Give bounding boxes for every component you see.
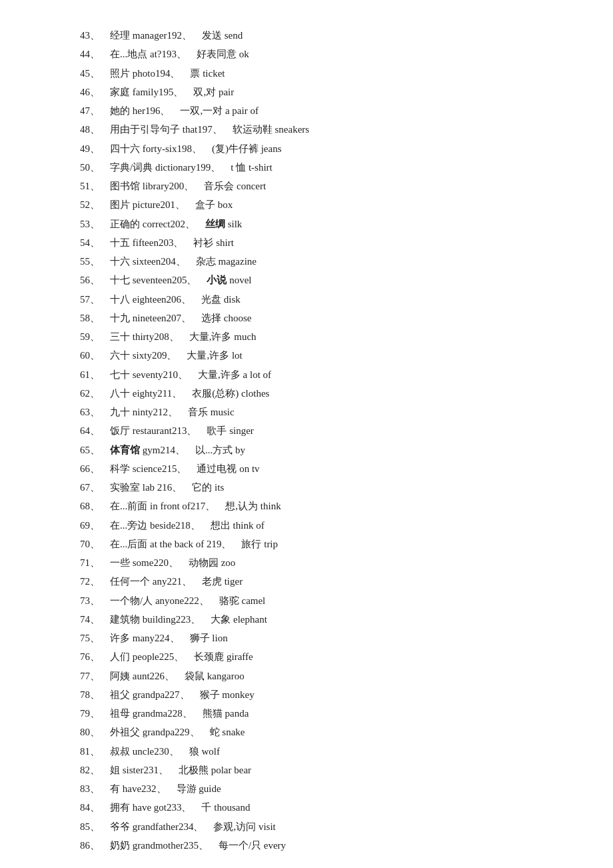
list-item: 63、 九十 ninty212、 音乐 music — [80, 403, 560, 421]
vocabulary-list: 43、 经理 manager192、 发送 send44、 在...地点 at?… — [80, 27, 560, 854]
list-item: 55、 十六 sixteen204、 杂志 magazine — [80, 253, 560, 270]
list-item: 56、 十七 seventeen205、 小说 novel — [80, 271, 560, 289]
list-item: 83、 有 have232、 导游 guide — [80, 780, 560, 797]
list-item: 75、 许多 many224、 狮子 lion — [80, 629, 560, 647]
list-item: 60、 六十 sixty209、 大量,许多 lot — [80, 347, 560, 364]
list-item: 77、 阿姨 aunt226、 袋鼠 kangaroo — [80, 667, 560, 685]
list-item: 59、 三十 thirty208、 大量,许多 much — [80, 328, 560, 345]
list-item: 76、 人们 people225、 长颈鹿 giraffe — [80, 648, 560, 665]
list-item: 81、 叔叔 uncle230、 狼 wolf — [80, 743, 560, 760]
list-item: 65、 体育馆 gym214、 以...方式 by — [80, 441, 560, 459]
list-item: 80、 外祖父 grandpa229、 蛇 snake — [80, 723, 560, 741]
list-item: 82、 姐 sister231、 北极熊 polar bear — [80, 761, 560, 779]
list-item: 70、 在...后面 at the back of 219、 旅行 trip — [80, 535, 560, 553]
list-item: 72、 任何一个 any221、 老虎 tiger — [80, 573, 560, 590]
list-item: 64、 饭厅 restaurant213、 歌手 singer — [80, 422, 560, 439]
list-item: 74、 建筑物 building223、 大象 elephant — [80, 611, 560, 628]
list-item: 84、 拥有 have got233、 千 thousand — [80, 799, 560, 816]
list-item: 58、 十九 nineteen207、 选择 choose — [80, 309, 560, 327]
list-item: 49、 四十六 forty-six198、 (复)牛仔裤 jeans — [80, 140, 560, 157]
list-item: 86、 奶奶 grandmother235、 每一个/只 every — [80, 837, 560, 854]
list-item: 50、 字典/词典 dictionary199、 t 恤 t-shirt — [80, 159, 560, 176]
list-item: 48、 用由于引导句子 that197、 软运动鞋 sneakers — [80, 121, 560, 138]
list-item: 45、 照片 photo194、 票 ticket — [80, 65, 560, 82]
list-item: 57、 十八 eighteen206、 光盘 disk — [80, 291, 560, 308]
list-item: 54、 十五 fifteen203、 衬衫 shirt — [80, 234, 560, 251]
list-item: 68、 在...前面 in front of217、 想,认为 think — [80, 497, 560, 515]
list-item: 78、 祖父 grandpa227、 猴子 monkey — [80, 686, 560, 703]
list-item: 73、 一个物/人 anyone222、 骆驼 camel — [80, 592, 560, 609]
list-item: 62、 八十 eighty211、 衣服(总称) clothes — [80, 385, 560, 402]
list-item: 79、 祖母 grandma228、 熊猫 panda — [80, 705, 560, 722]
list-item: 61、 七十 seventy210、 大量,许多 a lot of — [80, 366, 560, 383]
bold-word: 小说 — [207, 275, 227, 285]
list-item: 71、 一些 some220、 动物园 zoo — [80, 554, 560, 571]
list-item: 46、 家庭 family195、 双,对 pair — [80, 83, 560, 101]
list-item: 53、 正确的 correct202、 丝绸 silk — [80, 215, 560, 233]
list-item: 52、 图片 picture201、 盒子 box — [80, 196, 560, 213]
list-item: 85、 爷爷 grandfather234、 参观,访问 visit — [80, 818, 560, 835]
list-item: 69、 在...旁边 beside218、 想出 think of — [80, 517, 560, 534]
list-item: 66、 科学 science215、 通过电视 on tv — [80, 460, 560, 477]
list-item: 43、 经理 manager192、 发送 send — [80, 27, 560, 44]
list-item: 44、 在...地点 at?193、 好表同意 ok — [80, 45, 560, 63]
bold-word: 丝绸 — [205, 219, 225, 229]
bold-word: 体育馆 — [110, 445, 140, 455]
list-item: 47、 她的 her196、 一双,一对 a pair of — [80, 102, 560, 119]
list-item: 51、 图书馆 library200、 音乐会 concert — [80, 177, 560, 195]
list-item: 67、 实验室 lab 216、 它的 its — [80, 479, 560, 496]
